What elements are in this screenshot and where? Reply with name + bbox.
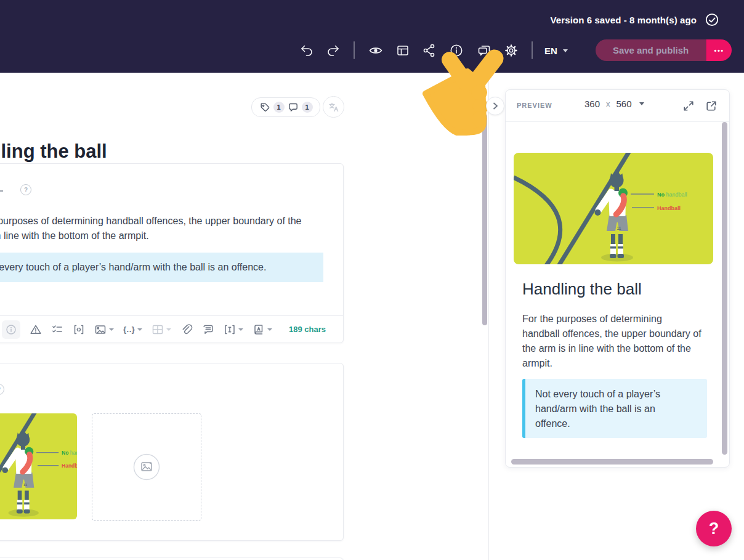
callout-line: offence. (525, 416, 707, 431)
code-block-icon (73, 323, 85, 336)
info-icon (449, 43, 464, 58)
tag-icon (259, 102, 270, 113)
variables-tool-button[interactable]: {..} (123, 325, 142, 334)
editor-scrollbar-thumb[interactable] (482, 114, 487, 325)
svg-text:11: 11 (617, 226, 621, 230)
language-selector[interactable]: EN (544, 41, 568, 60)
paragraph-line: For the purposes of determining handball… (0, 214, 302, 229)
undo-icon (299, 43, 314, 58)
image-placeholder-icon (133, 453, 160, 481)
slide-layout-button[interactable] (393, 41, 413, 60)
comments-button[interactable] (474, 41, 494, 60)
callout-line: Not every touch of a player’s (525, 379, 707, 402)
preview-label: PREVIEW (517, 102, 552, 109)
book-icon (253, 323, 265, 336)
text-block-editor[interactable]: For the purposes of determining handball… (0, 214, 302, 243)
ellipsis-icon: ••• (714, 47, 724, 54)
image-tool-button[interactable] (94, 323, 114, 336)
attachment-tool-button[interactable] (180, 323, 193, 336)
panel-divider (488, 73, 489, 560)
preview-mode-button[interactable] (366, 41, 386, 60)
viewport-size-selector[interactable]: 360 x 560 (584, 99, 644, 109)
slide-callout: Not every touch of a player’s hand/arm w… (522, 379, 707, 438)
question-mark-label: ? (709, 519, 719, 538)
caret-down-icon (238, 328, 243, 331)
slide-title: Handling the ball (522, 280, 642, 299)
caret-down-icon (137, 328, 142, 331)
help-icon[interactable]: ? (0, 384, 4, 395)
translate-button[interactable] (323, 96, 344, 118)
empty-image-slot[interactable] (92, 413, 201, 521)
note-icon (202, 323, 214, 336)
info-circle-icon (5, 323, 17, 336)
toolbar-divider (354, 41, 355, 59)
svg-text:No handball: No handball (62, 450, 77, 456)
chevron-right-icon (489, 100, 501, 112)
slide-paragraph: For the purposes of determining handball… (522, 312, 702, 371)
braces-icon: {..} (123, 325, 135, 334)
svg-text:Handball: Handball (657, 205, 681, 211)
lesson-title[interactable]: Handling the ball (0, 140, 107, 163)
checklist-tool-button[interactable] (51, 323, 63, 336)
layout-icon (395, 43, 410, 58)
app-window: Version 6 saved - 8 month(s) ago (0, 0, 744, 560)
paragraph-line: handball offences, the upper boundary of (522, 327, 702, 341)
preview-horizontal-scrollbar[interactable] (511, 459, 713, 465)
help-icon[interactable]: ? (20, 184, 31, 195)
external-link-icon (705, 100, 718, 112)
warning-tool-button[interactable] (30, 323, 42, 336)
preview-header: PREVIEW 360 x 560 (506, 90, 729, 122)
collapse-preview-button[interactable] (486, 97, 504, 115)
brackets-text-icon (224, 323, 236, 336)
paragraph-line: For the purposes of determining (522, 312, 702, 327)
meta-badges-pill[interactable]: 1 1 (251, 97, 320, 117)
comment-icon (288, 102, 299, 113)
image-thumbnail[interactable]: 11 No handball Handball (0, 413, 77, 519)
more-actions-button[interactable]: ••• (706, 39, 732, 61)
image-block-card: ? 11 No ha (0, 363, 344, 541)
slide-hero-image: 11 No handball Handball (514, 153, 713, 264)
chat-icon (477, 43, 491, 58)
caret-down-icon (166, 328, 171, 331)
resize-preview-button[interactable] (682, 99, 695, 113)
callout-block-editor[interactable]: Not every touch of a player’s hand/arm w… (0, 253, 323, 282)
info-button[interactable] (447, 41, 466, 60)
preview-vertical-scrollbar[interactable] (722, 122, 727, 455)
settings-button[interactable] (501, 41, 521, 60)
table-icon (152, 323, 164, 336)
save-and-publish-button[interactable]: Save and publish (596, 39, 706, 61)
version-status: Version 6 saved - 8 month(s) ago (551, 12, 719, 27)
gear-icon (504, 43, 519, 58)
table-tool-button[interactable] (152, 323, 171, 336)
language-label: EN (544, 46, 557, 56)
open-new-window-button[interactable] (705, 99, 718, 113)
comment-count-badge: 1 (302, 102, 313, 113)
caret-down-icon (267, 328, 272, 331)
paragraph-line: armpit. (522, 356, 702, 371)
glossary-tool-button[interactable] (253, 323, 272, 336)
paragraph-line: arm is in line with the bottom of the ar… (0, 229, 302, 243)
caret-down-icon (563, 49, 568, 52)
note-tool-button[interactable] (202, 323, 214, 336)
paperclip-icon (180, 323, 193, 336)
svg-text:11: 11 (23, 482, 28, 487)
version-status-text: Version 6 saved - 8 month(s) ago (551, 15, 697, 25)
redo-button[interactable] (323, 41, 343, 60)
next-block-card (0, 558, 344, 560)
toolbar-divider (532, 41, 533, 59)
undo-button[interactable] (297, 41, 317, 60)
text-placeholder-tool-button[interactable] (224, 323, 243, 336)
tag-count-badge: 1 (273, 102, 285, 113)
share-button[interactable] (419, 41, 439, 60)
code-block-tool-button[interactable] (73, 323, 85, 336)
help-fab-button[interactable]: ? (696, 511, 732, 546)
block-info-button[interactable] (2, 320, 20, 339)
callout-line: hand/arm with the ball is an (525, 402, 707, 416)
translate-icon (328, 101, 340, 113)
top-bar: Version 6 saved - 8 month(s) ago (0, 0, 744, 73)
save-publish-group: Save and publish ••• (596, 39, 732, 61)
callout-text: Not every touch of a player’s hand/arm w… (0, 253, 323, 282)
redo-icon (326, 43, 341, 58)
caret-down-icon (639, 102, 644, 105)
char-count: 189 chars (289, 316, 326, 343)
